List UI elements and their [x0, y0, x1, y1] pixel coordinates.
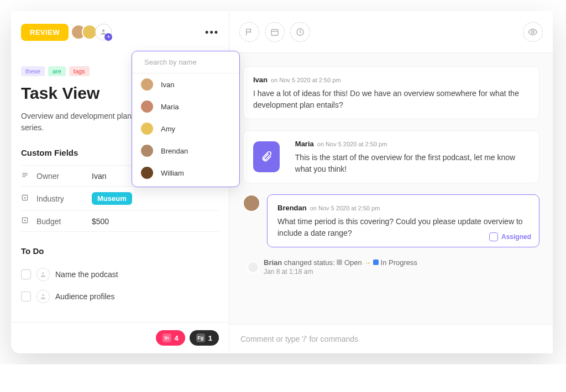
text-icon — [21, 171, 32, 181]
paperclip-icon — [260, 151, 272, 163]
assigned-tag[interactable]: Assigned — [489, 232, 531, 241]
activity-from: Open — [344, 258, 364, 267]
attachment-button[interactable] — [253, 141, 280, 172]
avatar — [140, 99, 154, 114]
comment-text: This is the start of the overview for th… — [295, 152, 529, 175]
time-button[interactable] — [290, 22, 310, 42]
chip-count: 4 — [175, 334, 179, 342]
avatar — [140, 144, 154, 158]
search-box — [132, 51, 239, 73]
svg-rect-5 — [22, 218, 27, 223]
people-option-label: William — [161, 169, 184, 177]
comment-time: on Nov 5 2020 at 2:50 pm — [317, 141, 387, 147]
field-value: $500 — [92, 217, 109, 226]
comment: Ivanon Nov 5 2020 at 2:50 pm I have a lo… — [243, 66, 539, 119]
field-value-pill[interactable]: Museum — [92, 192, 132, 205]
people-option[interactable]: Maria — [132, 96, 239, 118]
chip-icon: Fg — [196, 333, 205, 342]
dropdown-icon — [21, 216, 32, 226]
comment-author: Brendan — [277, 204, 307, 212]
status-color-icon — [373, 259, 379, 265]
custom-field-row[interactable]: Budget $500 — [21, 210, 219, 232]
tag[interactable]: are — [48, 66, 66, 76]
activity-author: Brian — [264, 258, 282, 267]
dropdown-icon — [21, 194, 32, 203]
todo-item[interactable]: Audience profiles — [21, 285, 219, 308]
comment-time: on Nov 5 2020 at 2:50 pm — [310, 205, 380, 211]
svg-point-13 — [532, 30, 534, 33]
clock-icon — [296, 28, 305, 36]
people-option-label: Ivan — [161, 81, 175, 89]
custom-field-row[interactable]: Industry Museum — [21, 186, 219, 210]
right-header — [229, 11, 553, 53]
search-input[interactable] — [144, 58, 237, 66]
people-option[interactable]: Amy — [132, 118, 239, 140]
chip-icon: In — [163, 333, 171, 342]
right-panel: Ivanon Nov 5 2020 at 2:50 pm I have a lo… — [229, 11, 553, 353]
comment-time: on Nov 5 2020 at 2:50 pm — [271, 77, 341, 83]
plus-icon: + — [104, 33, 112, 41]
todo-heading: To Do — [21, 246, 219, 256]
activity-to: In Progress — [381, 258, 417, 267]
comments-list: Ivanon Nov 5 2020 at 2:50 pm I have a lo… — [229, 53, 553, 324]
avatar — [140, 166, 154, 180]
eye-icon — [528, 27, 538, 37]
comment-composer[interactable]: Comment or type '/' for commands — [229, 324, 553, 353]
status-badge[interactable]: REVIEW — [21, 24, 69, 41]
tag[interactable]: tags — [69, 66, 90, 76]
people-option-label: Brendan — [161, 147, 188, 155]
add-person-button[interactable]: + — [95, 24, 112, 40]
comment-avatar[interactable] — [243, 194, 260, 212]
people-option-label: Amy — [161, 125, 175, 133]
todo-item[interactable]: Name the podcast — [21, 263, 219, 285]
comment: Brendanon Nov 5 2020 at 2:50 pm What tim… — [243, 194, 539, 247]
tag[interactable]: these — [21, 66, 45, 76]
people-option[interactable]: Ivan — [132, 73, 239, 96]
avatar-pile: + — [75, 24, 112, 40]
comment-text: I have a lot of ideas for this! Do we ha… — [253, 88, 529, 111]
more-button[interactable]: ••• — [205, 27, 219, 38]
field-label: Owner — [36, 172, 92, 181]
assigned-label: Assigned — [501, 233, 531, 241]
svg-rect-4 — [22, 195, 27, 200]
comment-author: Maria — [295, 140, 314, 148]
svg-point-7 — [42, 294, 44, 296]
comment-body[interactable]: Brendanon Nov 5 2020 at 2:50 pm What tim… — [267, 194, 539, 247]
todo-checkbox[interactable] — [21, 292, 31, 301]
activity-phrase: changed status: — [284, 258, 337, 267]
assign-button[interactable] — [36, 268, 50, 281]
field-value: Ivan — [92, 172, 106, 181]
calendar-icon — [270, 28, 279, 36]
flag-icon — [245, 28, 254, 36]
watch-button[interactable] — [523, 22, 543, 42]
field-label: Industry — [36, 194, 92, 203]
left-footer: In4Fg1 — [11, 322, 229, 353]
svg-rect-10 — [271, 29, 278, 35]
avatar — [247, 261, 259, 273]
left-header: REVIEW + ••• — [11, 11, 229, 53]
status-color-icon — [337, 259, 342, 265]
left-panel: REVIEW + ••• thesearetags Task View Over… — [11, 11, 229, 353]
integration-chip[interactable]: Fg1 — [190, 330, 219, 346]
app-window: REVIEW + ••• thesearetags Task View Over… — [11, 11, 553, 353]
flag-button[interactable] — [239, 22, 259, 42]
assigned-checkbox[interactable] — [489, 232, 498, 241]
avatar — [140, 77, 154, 92]
field-label: Budget — [36, 217, 92, 226]
avatar — [140, 121, 154, 136]
activity-row: Brian changed status: Open → In Progress… — [243, 258, 539, 276]
people-option[interactable]: William — [132, 162, 239, 187]
integration-chip[interactable]: In4 — [156, 330, 185, 346]
calendar-button[interactable] — [265, 22, 285, 42]
svg-point-6 — [42, 272, 44, 274]
todo-checkbox[interactable] — [21, 269, 31, 279]
todo-label: Audience profiles — [55, 292, 114, 301]
people-option-label: Maria — [161, 103, 179, 111]
people-option[interactable]: Brendan — [132, 140, 239, 162]
person-icon — [39, 271, 47, 278]
people-search-dropdown: Ivan Maria Amy Brendan William — [132, 51, 240, 187]
assign-button[interactable] — [36, 290, 50, 303]
chip-count: 1 — [208, 334, 212, 342]
comment-body[interactable]: Mariaon Nov 5 2020 at 2:50 pm This is th… — [243, 130, 539, 183]
comment-body[interactable]: Ivanon Nov 5 2020 at 2:50 pm I have a lo… — [243, 66, 539, 119]
